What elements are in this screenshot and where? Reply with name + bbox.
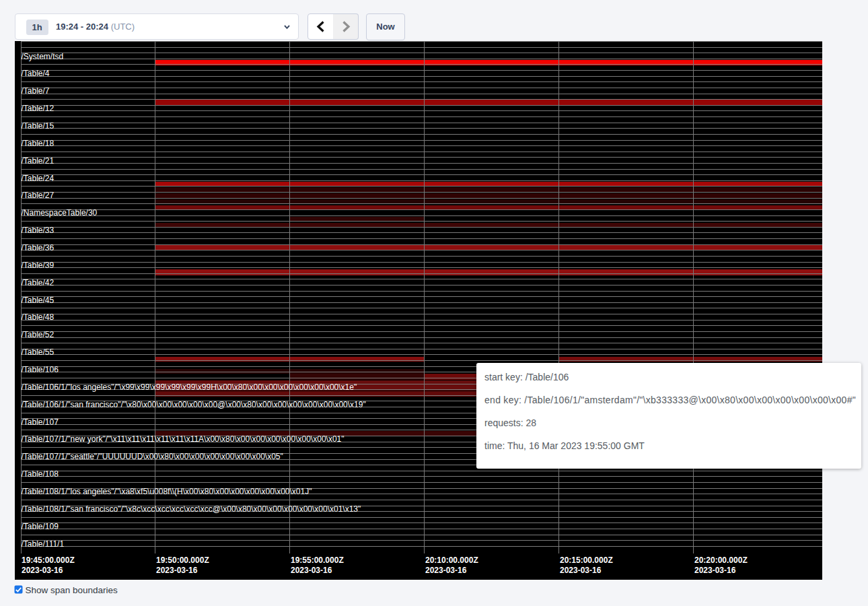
svg-text:/Table/108/1/"san francisco"/": /Table/108/1/"san francisco"/"\x8c\xcc\x… [22,504,361,514]
svg-text:/Table/48: /Table/48 [22,312,55,322]
svg-text:/Table/27: /Table/27 [22,191,55,200]
svg-text:/Table/109: /Table/109 [22,522,59,531]
svg-text:/Table/36: /Table/36 [22,243,55,252]
svg-text:/Table/106: /Table/106 [22,365,59,374]
svg-text:/Table/12: /Table/12 [22,104,55,113]
svg-text:/Table/21: /Table/21 [22,156,55,166]
svg-text:20:15:00.000Z: 20:15:00.000Z [560,556,613,565]
svg-text:/Table/42: /Table/42 [22,278,55,288]
svg-text:19:45:00.000Z: 19:45:00.000Z [22,556,75,565]
svg-text:/Table/55: /Table/55 [22,347,55,357]
svg-text:/NamespaceTable/30: /NamespaceTable/30 [22,208,98,217]
svg-text:2023-03-16: 2023-03-16 [22,566,63,575]
svg-text:2023-03-16: 2023-03-16 [425,566,467,575]
svg-text:20:10:00.000Z: 20:10:00.000Z [425,556,478,565]
svg-text:/Table/24: /Table/24 [22,174,55,183]
svg-text:/Table/107: /Table/107 [22,417,59,427]
svg-text:/Table/106/1/"los angeles"/"\x: /Table/106/1/"los angeles"/"\x99\x99\x99… [22,382,357,392]
svg-text:/Table/7: /Table/7 [22,86,50,96]
svg-text:2023-03-16: 2023-03-16 [694,566,736,575]
svg-text:2023-03-16: 2023-03-16 [291,566,332,575]
svg-text:/System/tsd: /System/tsd [22,52,64,61]
svg-text:/Table/52: /Table/52 [22,330,55,339]
svg-text:/Table/107/1/"new york"/"\x11\: /Table/107/1/"new york"/"\x11\x11\x11\x1… [22,434,345,444]
svg-text:/Table/108: /Table/108 [22,469,59,479]
svg-text:/Table/106/1/"san francisco"/": /Table/106/1/"san francisco"/"\x80\x00\x… [22,400,366,409]
svg-text:/Table/107/1/"seattle"/"UUUUUU: /Table/107/1/"seattle"/"UUUUUUD\x00\x80\… [22,452,283,461]
svg-text:19:50:00.000Z: 19:50:00.000Z [156,556,209,565]
svg-text:2023-03-16: 2023-03-16 [156,566,198,575]
svg-text:/Table/15: /Table/15 [22,121,55,131]
svg-text:/Table/18: /Table/18 [22,139,55,148]
svg-text:20:20:00.000Z: 20:20:00.000Z [694,556,748,565]
svg-text:2023-03-16: 2023-03-16 [560,566,602,575]
svg-text:/Table/33: /Table/33 [22,226,55,235]
svg-text:/Table/108/1/"los angeles"/"\x: /Table/108/1/"los angeles"/"\xa8\xf5\u00… [22,487,312,496]
svg-text:/Table/111/1: /Table/111/1 [22,539,65,549]
svg-text:/Table/45: /Table/45 [22,296,55,305]
svg-text:/Table/4: /Table/4 [22,69,50,78]
svg-text:/Table/39: /Table/39 [22,261,55,270]
svg-text:19:55:00.000Z: 19:55:00.000Z [291,556,344,565]
